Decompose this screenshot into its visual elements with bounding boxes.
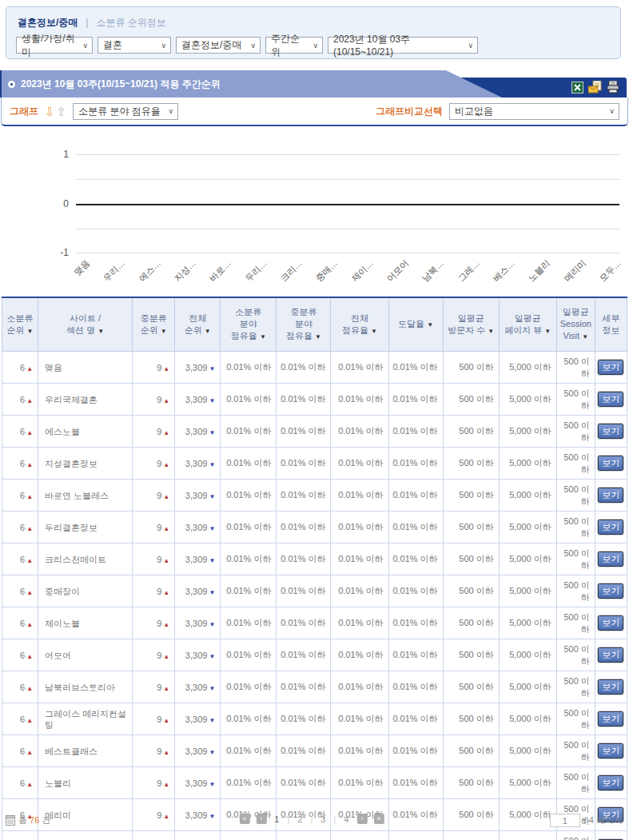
column-header-4[interactable]: 소분류분야점유율 ▼ — [221, 297, 277, 352]
graph-metric-select[interactable]: 소분류 분야 점유율∨ — [73, 103, 178, 120]
subcategory-rank-tab[interactable]: 소분류 순위정보 — [96, 17, 165, 28]
print-icon[interactable] — [607, 81, 619, 94]
sort-icon[interactable]: ▼ — [544, 328, 551, 335]
sub-share-cell: 0.01% 이하 — [221, 767, 277, 799]
column-header-6[interactable]: 전체점유율 ▼ — [331, 297, 388, 352]
view-detail-button[interactable]: 보기 — [598, 775, 623, 790]
move-up-icon[interactable]: ⇧ — [57, 105, 67, 117]
rank-down-icon: ▼ — [209, 717, 215, 724]
filter-select-0[interactable]: 생활/가정/취미∨ — [16, 37, 93, 54]
rank-up-icon: ▲ — [163, 717, 169, 724]
view-detail-button[interactable]: 보기 — [598, 488, 623, 503]
reach-cell: 0.01% 이하 — [388, 735, 443, 767]
category-tab[interactable]: 결혼정보/중매 — [18, 17, 78, 28]
mid-share-cell: 0.01% 이하 — [277, 639, 331, 671]
visitors-cell: 500 이하 — [443, 735, 499, 767]
sub-share-cell: 0.01% 이하 — [221, 416, 277, 448]
filter-select-3[interactable]: 주간순위∨ — [265, 37, 323, 54]
sort-icon[interactable]: ▼ — [161, 328, 167, 335]
sort-icon[interactable]: ▼ — [427, 321, 433, 328]
column-header-0[interactable]: 소분류순위 ▼ — [2, 297, 38, 352]
sort-icon[interactable]: ▼ — [205, 328, 211, 335]
view-detail-button[interactable]: 보기 — [598, 743, 623, 758]
column-header-5[interactable]: 중분류분야점유율 ▼ — [277, 297, 331, 352]
sub-share-cell: 0.01% 이하 — [221, 671, 277, 703]
mid-share-cell: 0.01% 이하 — [277, 480, 331, 512]
sort-icon[interactable]: ▼ — [488, 328, 494, 335]
rank-down-icon: ▼ — [209, 749, 215, 756]
sort-icon[interactable]: ▼ — [315, 333, 321, 340]
view-detail-button[interactable]: 보기 — [598, 551, 623, 567]
mid-share-cell: 0.01% 이하 — [277, 352, 331, 384]
rank-down-icon: ▼ — [209, 493, 215, 500]
column-header-10[interactable]: 일평균SessionVisit ▼ — [556, 297, 595, 352]
column-header-2[interactable]: 중분류순위 ▼ — [133, 297, 175, 352]
mid-rank-cell: 9▲ — [133, 448, 175, 480]
page-input[interactable] — [550, 814, 580, 827]
page-number-3[interactable]: 3 — [319, 814, 327, 824]
site-name-cell: 에스노블 — [38, 416, 133, 448]
column-header-3[interactable]: 전체순위 ▼ — [175, 297, 221, 352]
move-down-icon[interactable]: ⇩ — [45, 105, 55, 117]
view-detail-button[interactable]: 보기 — [598, 520, 623, 535]
view-detail-button[interactable]: 보기 — [598, 679, 623, 695]
reach-cell: 0.01% 이하 — [388, 671, 443, 703]
detail-cell: 보기 — [595, 575, 627, 607]
detail-cell: 보기 — [595, 352, 627, 384]
prev-page-button[interactable]: ‹ — [256, 814, 266, 824]
view-detail-button[interactable]: 보기 — [598, 647, 623, 663]
rank-down-icon: ▼ — [209, 365, 215, 372]
page-number-4[interactable]: 4 — [342, 814, 350, 824]
column-header-8[interactable]: 일평균방문자 수 ▼ — [443, 297, 499, 352]
excel-export-icon[interactable] — [571, 82, 583, 94]
sort-icon[interactable]: ▼ — [371, 328, 377, 335]
view-detail-button[interactable]: 보기 — [598, 615, 623, 631]
export-toolbar — [571, 81, 619, 94]
view-detail-button[interactable]: 보기 — [598, 424, 623, 439]
rank-down-icon: ▼ — [209, 685, 215, 692]
view-detail-button[interactable]: 보기 — [598, 583, 623, 599]
graph-compare-select[interactable]: 비교없음∨ — [449, 103, 619, 120]
site-name-cell: 노블리 — [38, 767, 133, 799]
rank-up-icon: ▲ — [26, 717, 33, 724]
column-header-1[interactable]: 사이트 /섹션 명 ▼ — [38, 297, 133, 352]
view-detail-button[interactable]: 보기 — [598, 711, 623, 727]
page-number-1[interactable]: 1 — [273, 814, 281, 824]
table-row: 6▲두리결혼정보9▲3,309▼0.01% 이하0.01% 이하0.01% 이하… — [2, 512, 627, 543]
last-page-button[interactable]: » — [373, 814, 384, 824]
sub-share-cell: 0.01% 이하 — [221, 703, 277, 735]
mail-send-icon[interactable] — [588, 81, 602, 94]
sort-icon[interactable]: ▼ — [27, 328, 34, 335]
view-detail-button[interactable]: 보기 — [598, 392, 623, 407]
reach-cell: 0.01% 이하 — [388, 512, 443, 543]
next-page-button[interactable]: › — [356, 814, 367, 824]
rank-up-icon: ▲ — [163, 589, 169, 596]
column-header-9[interactable]: 일평균페이지 뷰 ▼ — [499, 297, 556, 352]
mid-rank-cell: 9▲ — [133, 512, 175, 543]
first-page-button[interactable]: « — [239, 814, 249, 824]
x-axis-label: 맺음 — [71, 257, 92, 278]
filter-select-1[interactable]: 결혼∨ — [98, 37, 171, 54]
filter-select-4[interactable]: 2023년 10월 03주(10/15~10/21)∨ — [328, 37, 478, 54]
site-name-cell: 베스트클래스 — [38, 735, 133, 767]
filter-select-2[interactable]: 결혼정보/중매∨ — [176, 37, 261, 54]
view-detail-button[interactable]: 보기 — [598, 456, 623, 471]
x-axis-label: 제이… — [348, 257, 376, 285]
page-number-2[interactable]: 2 — [296, 814, 304, 824]
total-count: 총 76 건 — [6, 814, 50, 826]
rank-up-icon: ▲ — [26, 397, 33, 404]
sort-icon[interactable]: ▼ — [98, 328, 104, 335]
x-axis-label: 중매… — [313, 257, 340, 285]
view-detail-button[interactable]: 보기 — [598, 360, 623, 375]
page-separator: | — [310, 814, 313, 824]
mid-rank-cell: 9▲ — [133, 416, 175, 448]
mid-share-cell: 0.01% 이하 — [277, 448, 331, 480]
column-header-7[interactable]: 도달율 ▼ — [388, 297, 443, 352]
sessions-cell: 500 이하 — [556, 384, 595, 416]
sort-icon[interactable]: ▼ — [260, 333, 266, 340]
sort-icon[interactable]: ▼ — [582, 333, 588, 340]
mid-share-cell: 0.01% 이하 — [277, 767, 331, 799]
page-jump: / 4 페이지 — [550, 814, 623, 827]
rank-down-icon: ▼ — [209, 557, 215, 564]
rank-up-icon: ▲ — [163, 493, 169, 500]
